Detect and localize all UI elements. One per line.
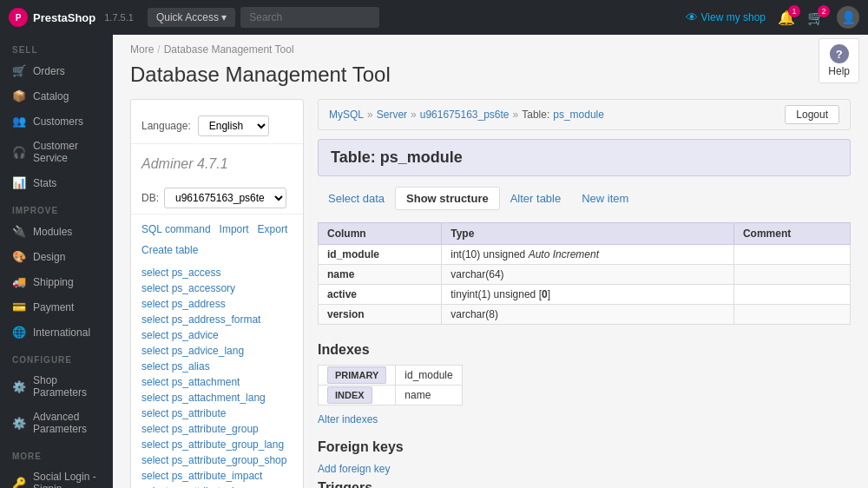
cart-button[interactable]: 🛒2	[807, 10, 825, 26]
path-sep-3: »	[513, 109, 519, 121]
index-type: INDEX	[327, 386, 372, 404]
table-link-ps-attribute[interactable]: select ps_attribute	[131, 406, 303, 421]
language-select[interactable]: English French Spanish	[198, 115, 269, 136]
orders-label: Orders	[33, 65, 65, 77]
db-path-bar: MySQL » Server » u961675163_ps6te » Tabl…	[318, 99, 851, 130]
logo-text: PrestaShop	[33, 11, 95, 24]
table-link-ps-address-format[interactable]: select ps_address_format	[131, 312, 303, 327]
notification-badge: 1	[788, 5, 800, 17]
sidebar-item-shipping[interactable]: 🚚 Shipping	[0, 269, 113, 294]
eye-icon: 👁	[686, 10, 698, 24]
logo: P PrestaShop 1.7.5.1	[9, 8, 134, 27]
triggers-title: Triggers	[318, 480, 851, 488]
tab-show-structure[interactable]: Show structure	[395, 187, 500, 210]
breadcrumb-current: Database Management Tool	[164, 43, 294, 56]
primary-index-type: PRIMARY	[327, 366, 386, 384]
db-tool-container: Language: English French Spanish Adminer…	[130, 99, 851, 488]
table-link-ps-alias[interactable]: select ps_alias	[131, 359, 303, 374]
col-name-comment	[733, 265, 850, 285]
sidebar-item-customers[interactable]: 👥 Customers	[0, 109, 113, 134]
alter-indexes-link[interactable]: Alter indexes	[318, 413, 378, 425]
server-link[interactable]: Server	[377, 109, 407, 121]
tab-new-item[interactable]: New item	[571, 188, 639, 209]
international-icon: 🌐	[12, 326, 26, 339]
view-my-shop-link[interactable]: 👁 View my shop	[686, 10, 766, 24]
help-label: Help	[828, 65, 850, 77]
left-actions: SQL command Import Export Create table	[131, 220, 303, 260]
table-link-ps-attribute-group-lang[interactable]: select ps_attribute_group_lang	[131, 437, 303, 452]
top-nav-right: 👁 View my shop 🔔1 🛒2 👤	[686, 6, 859, 29]
tab-alter-table[interactable]: Alter table	[500, 188, 572, 209]
breadcrumb: More / Database Management Tool	[130, 43, 851, 56]
table-link-ps-advice-lang[interactable]: select ps_advice_lang	[131, 343, 303, 359]
import-link[interactable]: Import	[220, 223, 249, 235]
table-link-ps-attachment[interactable]: select ps_attachment	[131, 374, 303, 390]
export-link[interactable]: Export	[258, 223, 288, 235]
right-panel: MySQL » Server » u961675163_ps6te » Tabl…	[318, 99, 851, 488]
col-version-type: varchar(8)	[442, 305, 734, 325]
table-link-ps-accessory[interactable]: select ps_accessory	[131, 280, 303, 296]
table-link-ps-attachment-lang[interactable]: select ps_attachment_lang	[131, 390, 303, 406]
db-label: DB:	[141, 192, 159, 204]
sidebar-item-international[interactable]: 🌐 International	[0, 320, 113, 345]
page-wrapper: SELL 🛒 Orders 📦 Catalog 👥 Customers 🎧 Cu…	[0, 35, 868, 488]
structure-table: Column Type Comment id_module int(10) un…	[318, 222, 851, 325]
mysql-link[interactable]: MySQL	[329, 109, 364, 121]
social-login-icon: 🔑	[12, 477, 26, 489]
table-link-ps-attribute-group-shop[interactable]: select ps_attribute_group_shop	[131, 452, 303, 468]
adminer-title: Adminer 4.7.1	[131, 151, 303, 177]
sidebar-item-stats[interactable]: 📊 Stats	[0, 170, 113, 195]
col-header-comment: Comment	[733, 223, 850, 245]
sql-command-link[interactable]: SQL command	[141, 223, 211, 235]
table-link-ps-attribute-group[interactable]: select ps_attribute_group	[131, 421, 303, 437]
search-input[interactable]	[240, 7, 379, 28]
table-link-ps-address[interactable]: select ps_address	[131, 296, 303, 312]
sidebar-section-more: MORE	[0, 441, 113, 465]
sidebar-item-advanced-parameters[interactable]: ⚙️ Advanced Parameters	[0, 405, 113, 441]
indexes-title: Indexes	[318, 342, 851, 358]
sidebar-section-improve: IMPROVE	[0, 195, 113, 219]
db-link[interactable]: u961675163_ps6te	[420, 109, 510, 121]
col-header-type: Type	[442, 223, 734, 245]
main-content: More / Database Management Tool Database…	[113, 35, 868, 488]
table-link-ps-attribute-lang[interactable]: select ps_attribute_lang	[131, 484, 303, 488]
sidebar-item-shop-parameters[interactable]: ⚙️ Shop Parameters	[0, 368, 113, 405]
logout-button[interactable]: Logout	[785, 105, 839, 124]
table-tabs: Select data Show structure Alter table N…	[318, 187, 851, 210]
db-row: DB: u961675163_ps6te	[131, 182, 303, 214]
notifications-button[interactable]: 🔔1	[778, 10, 795, 26]
sidebar-item-modules[interactable]: 🔌 Modules	[0, 219, 113, 244]
quick-access-button[interactable]: Quick Access ▾	[148, 8, 235, 27]
table-link-ps-attribute-impact[interactable]: select ps_attribute_impact	[131, 468, 303, 484]
catalog-icon: 📦	[12, 89, 26, 102]
sidebar-item-social-login[interactable]: 🔑 Social Login - Signin	[0, 465, 113, 488]
sidebar-item-catalog[interactable]: 📦 Catalog	[0, 83, 113, 109]
sidebar-item-payment[interactable]: 💳 Payment	[0, 294, 113, 320]
table-link-ps-access[interactable]: select ps_access	[131, 265, 303, 280]
help-button[interactable]: ? Help	[819, 38, 859, 83]
sidebar-section-sell: SELL	[0, 35, 113, 58]
col-version-name: version	[319, 305, 442, 325]
add-foreign-key-link[interactable]: Add foreign key	[318, 463, 390, 475]
table-title-bar: Table: ps_module	[318, 139, 851, 176]
table-path-label: Table:	[522, 109, 549, 121]
create-table-link[interactable]: Create table	[141, 244, 198, 256]
sidebar-item-orders[interactable]: 🛒 Orders	[0, 58, 113, 83]
col-header-column: Column	[319, 223, 442, 245]
help-circle-icon: ?	[830, 44, 849, 63]
advanced-parameters-icon: ⚙️	[12, 417, 26, 430]
table-link-ps-advice[interactable]: select ps_advice	[131, 327, 303, 343]
customer-service-icon: 🎧	[12, 146, 26, 159]
breadcrumb-more[interactable]: More	[130, 43, 154, 56]
social-login-label: Social Login - Signin	[33, 471, 101, 488]
user-avatar[interactable]: 👤	[837, 6, 859, 29]
table-row: id_module int(10) unsigned Auto Incremen…	[319, 245, 851, 265]
sidebar-item-design[interactable]: 🎨 Design	[0, 244, 113, 269]
col-name-name: name	[319, 265, 442, 285]
sidebar-item-customer-service[interactable]: 🎧 Customer Service	[0, 134, 113, 170]
tab-select-data[interactable]: Select data	[318, 188, 395, 209]
table-name-link[interactable]: ps_module	[553, 109, 604, 121]
view-shop-label: View my shop	[701, 11, 766, 23]
version-label: 1.7.5.1	[104, 12, 134, 23]
db-select[interactable]: u961675163_ps6te	[164, 188, 286, 208]
